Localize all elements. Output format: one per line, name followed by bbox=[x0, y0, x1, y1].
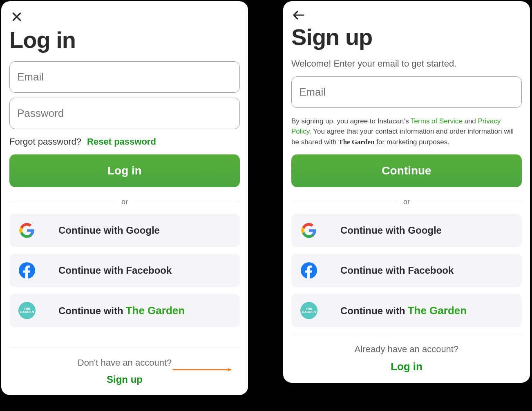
tos-link[interactable]: Terms of Service bbox=[411, 117, 463, 125]
signup-subtitle: Welcome! Enter your email to get started… bbox=[291, 58, 522, 69]
close-button[interactable] bbox=[9, 9, 24, 24]
signup-panel: Sign up Welcome! Enter your email to get… bbox=[282, 0, 531, 384]
signup-footer: Already have an account? Log in bbox=[291, 334, 522, 373]
google-logo-icon bbox=[18, 222, 36, 239]
or-divider: or bbox=[9, 198, 240, 206]
signup-continue-button[interactable]: Continue bbox=[291, 154, 522, 187]
login-email-input[interactable] bbox=[9, 61, 240, 93]
login-submit-button[interactable]: Log in bbox=[9, 154, 240, 187]
continue-partner-button[interactable]: THEGARDEN Continue with The Garden bbox=[291, 294, 522, 327]
close-icon bbox=[11, 11, 22, 22]
signup-link[interactable]: Sign up bbox=[107, 374, 143, 385]
signup-footer-question: Already have an account? bbox=[291, 344, 522, 355]
signup-title: Sign up bbox=[291, 24, 522, 50]
google-logo-icon bbox=[300, 222, 317, 239]
login-footer-question: Don't have an account? bbox=[9, 357, 240, 368]
continue-partner-prefix: Continue with bbox=[340, 305, 405, 317]
continue-partner-prefix: Continue with bbox=[58, 305, 123, 317]
continue-google-label: Continue with Google bbox=[58, 225, 160, 236]
facebook-logo-icon bbox=[300, 262, 317, 279]
partner-brand-label: The Garden bbox=[408, 304, 467, 317]
signup-legal-text: By signing up, you agree to Instacart's … bbox=[291, 116, 522, 147]
login-title: Log in bbox=[9, 27, 240, 53]
signup-email-input[interactable] bbox=[291, 76, 522, 108]
continue-facebook-label: Continue with Facebook bbox=[58, 265, 172, 276]
facebook-logo-icon bbox=[18, 262, 36, 279]
or-label: or bbox=[403, 198, 410, 206]
partner-inline: The Garden bbox=[338, 138, 374, 146]
login-footer: Don't have an account? Sign up bbox=[9, 347, 240, 385]
reset-password-link[interactable]: Reset password bbox=[87, 136, 156, 147]
garden-logo-icon: THEGARDEN bbox=[18, 302, 36, 319]
continue-facebook-button[interactable]: Continue with Facebook bbox=[291, 254, 522, 287]
continue-google-button[interactable]: Continue with Google bbox=[9, 214, 240, 247]
garden-logo-icon: THEGARDEN bbox=[300, 302, 317, 319]
or-divider: or bbox=[291, 198, 522, 206]
forgot-password-label: Forgot password? bbox=[9, 136, 81, 147]
continue-facebook-button[interactable]: Continue with Facebook bbox=[9, 254, 240, 287]
continue-google-label: Continue with Google bbox=[340, 225, 442, 236]
back-button[interactable] bbox=[291, 9, 306, 21]
or-label: or bbox=[121, 198, 128, 206]
continue-facebook-label: Continue with Facebook bbox=[340, 265, 454, 276]
forgot-password-row: Forgot password? Reset password bbox=[9, 136, 240, 147]
partner-brand-label: The Garden bbox=[126, 304, 185, 317]
continue-partner-button[interactable]: THEGARDEN Continue with The Garden bbox=[9, 294, 240, 327]
login-panel: Log in Forgot password? Reset password L… bbox=[0, 0, 249, 396]
login-password-input[interactable] bbox=[9, 98, 240, 129]
continue-google-button[interactable]: Continue with Google bbox=[291, 214, 522, 247]
back-arrow-icon bbox=[293, 10, 305, 20]
login-link[interactable]: Log in bbox=[391, 360, 422, 373]
